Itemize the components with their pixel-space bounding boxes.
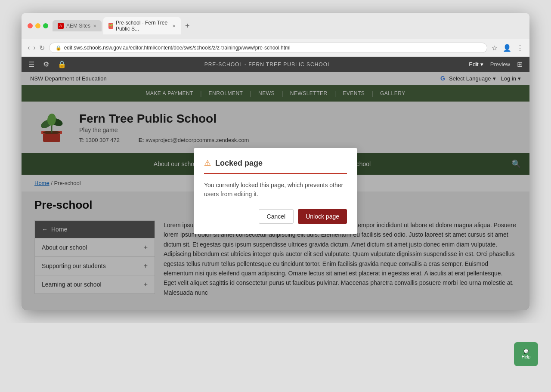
maximize-button[interactable] <box>43 23 48 28</box>
unlock-page-button[interactable]: Unlock page <box>298 209 347 224</box>
reload-button[interactable]: ↻ <box>39 44 45 52</box>
cms-toolbar-right: Edit ▾ Preview ⊞ <box>469 60 523 68</box>
cms-page-title: PRE-SCHOOL - FERN TREE PUBLIC SCHOOL <box>204 62 331 68</box>
lock-page-icon[interactable]: 🔒 <box>58 60 66 68</box>
grid-icon[interactable]: ⊞ <box>517 60 523 68</box>
browser-window: A AEM Sites ✕ 🌱 Pre-school - Fern Tree P… <box>22 13 529 310</box>
tab-aem-close[interactable]: ✕ <box>93 24 96 28</box>
modal-message: You currently locked this page, which pr… <box>204 181 347 199</box>
traffic-lights <box>28 23 48 28</box>
address-bar-row: ‹ › ↻ 🔒 edit.sws.schools.nsw.gov.au/edit… <box>22 39 529 57</box>
browser-titlebar: A AEM Sites ✕ 🌱 Pre-school - Fern Tree P… <box>22 13 529 39</box>
nav-buttons: ‹ › ↻ <box>28 44 45 52</box>
modal-overlay: ⚠ Locked page You currently locked this … <box>22 72 529 310</box>
site-wrapper: NSW Department of Education G Select Lan… <box>22 72 529 310</box>
modal-title: Locked page <box>215 159 263 168</box>
browser-toolbar-icons: ☆ 👤 ⋮ <box>492 44 523 52</box>
warning-icon: ⚠ <box>204 158 211 168</box>
new-tab-button[interactable]: + <box>183 21 192 31</box>
preschool-favicon: 🌱 <box>108 23 113 29</box>
modal-header: ⚠ Locked page <box>204 158 347 174</box>
tab-preschool-close[interactable]: ✕ <box>172 24 176 28</box>
cms-toolbar: ☰ ⚙ 🔒 PRE-SCHOOL - FERN TREE PUBLIC SCHO… <box>22 57 529 72</box>
sidebar-toggle-icon[interactable]: ☰ <box>28 60 34 68</box>
menu-icon[interactable]: ⋮ <box>517 44 523 52</box>
minimize-button[interactable] <box>35 23 40 28</box>
cancel-button[interactable]: Cancel <box>259 209 294 224</box>
back-button[interactable]: ‹ <box>28 44 30 52</box>
tab-aem-label: AEM Sites <box>66 23 90 29</box>
address-text: edit.sws.schools.nsw.gov.au/editor.html/… <box>64 45 291 51</box>
modal-buttons: Cancel Unlock page <box>204 209 347 224</box>
edit-button[interactable]: Edit ▾ <box>469 61 483 68</box>
locked-page-modal: ⚠ Locked page You currently locked this … <box>194 148 357 234</box>
browser-tabs: A AEM Sites ✕ 🌱 Pre-school - Fern Tree P… <box>53 17 523 34</box>
tab-preschool[interactable]: 🌱 Pre-school - Fern Tree Public S... ✕ <box>103 17 181 34</box>
star-icon[interactable]: ☆ <box>492 44 498 52</box>
settings-icon[interactable]: ⚙ <box>43 60 49 68</box>
forward-button[interactable]: › <box>33 44 35 52</box>
preview-button[interactable]: Preview <box>490 61 510 68</box>
aem-favicon: A <box>58 23 64 29</box>
tab-aem-sites[interactable]: A AEM Sites ✕ <box>53 20 102 31</box>
lock-icon: 🔒 <box>56 45 62 51</box>
close-button[interactable] <box>28 23 33 28</box>
account-icon[interactable]: 👤 <box>503 44 511 52</box>
tab-preschool-label: Pre-school - Fern Tree Public S... <box>116 20 170 32</box>
address-bar[interactable]: 🔒 edit.sws.schools.nsw.gov.au/editor.htm… <box>49 43 487 53</box>
cms-toolbar-left: ☰ ⚙ 🔒 <box>28 60 66 68</box>
